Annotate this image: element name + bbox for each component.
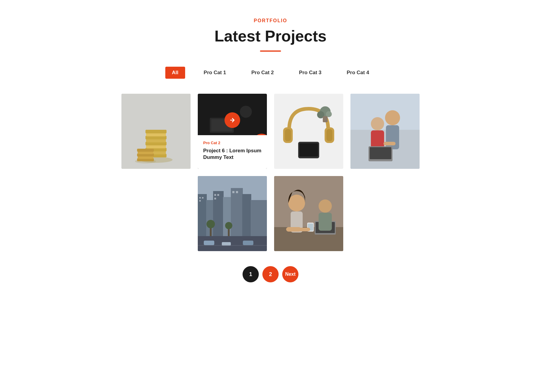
title-underline	[260, 50, 281, 52]
project-item-city[interactable]	[198, 176, 267, 251]
svg-rect-63	[204, 241, 214, 245]
svg-point-70	[225, 222, 232, 229]
svg-rect-37	[350, 94, 420, 130]
projects-row-2	[0, 176, 541, 251]
overlay-category: Pro Cat 2	[203, 141, 261, 145]
svg-point-40	[371, 117, 384, 130]
filter-cat2[interactable]: Pro Cat 2	[245, 67, 280, 79]
filter-cat1[interactable]: Pro Cat 1	[197, 67, 233, 79]
svg-rect-34	[323, 116, 328, 122]
svg-rect-27	[285, 129, 291, 141]
projects-row-1: Pro Cat 2 Project 6 : Lorem Ipsum Dummy …	[0, 94, 541, 169]
project-item-coins[interactable]	[121, 94, 191, 169]
page-btn-2[interactable]: 2	[262, 266, 279, 282]
portfolio-label: PORTFOLIO	[0, 18, 541, 23]
svg-point-78	[288, 195, 305, 211]
svg-rect-30	[299, 143, 318, 156]
project-item-headphones[interactable]	[274, 94, 343, 169]
svg-rect-66	[198, 245, 267, 246]
project-arrow-btn[interactable]	[225, 112, 240, 128]
svg-point-21	[240, 106, 252, 118]
svg-rect-59	[214, 198, 216, 199]
svg-rect-11	[145, 130, 167, 133]
project-item-business[interactable]	[350, 94, 420, 169]
page-wrapper: PORTFOLIO Latest Projects All Pro Cat 1 …	[0, 0, 541, 306]
svg-rect-54	[199, 197, 201, 199]
page-btn-1[interactable]: 1	[243, 266, 259, 282]
filter-bar: All Pro Cat 1 Pro Cat 2 Pro Cat 3 Pro Ca…	[0, 67, 541, 79]
pagination: 1 2 Next	[0, 266, 541, 282]
svg-rect-39	[386, 125, 399, 149]
svg-point-82	[319, 199, 332, 213]
svg-rect-56	[199, 200, 201, 202]
svg-rect-61	[236, 191, 238, 193]
svg-rect-83	[319, 213, 332, 231]
header-section: PORTFOLIO Latest Projects	[0, 18, 541, 52]
project-item-dark-desk[interactable]: Pro Cat 2 Project 6 : Lorem Ipsum Dummy …	[198, 94, 267, 169]
svg-rect-44	[384, 142, 396, 145]
svg-rect-69	[228, 229, 230, 236]
svg-rect-28	[326, 129, 332, 141]
project-item-meeting[interactable]	[274, 176, 343, 251]
svg-rect-81	[295, 228, 310, 231]
svg-rect-57	[214, 194, 216, 196]
svg-rect-58	[217, 194, 219, 196]
project-overlay: Pro Cat 2 Project 6 : Lorem Ipsum Dummy …	[198, 135, 267, 169]
svg-point-38	[385, 110, 400, 125]
page-btn-next[interactable]: Next	[282, 266, 298, 282]
svg-rect-65	[243, 241, 253, 245]
svg-rect-60	[232, 191, 234, 193]
filter-cat4[interactable]: Pro Cat 4	[340, 67, 376, 79]
svg-rect-67	[210, 227, 212, 236]
filter-cat3[interactable]: Pro Cat 3	[292, 67, 328, 79]
svg-rect-17	[137, 149, 154, 152]
filter-all[interactable]: All	[165, 67, 185, 79]
svg-rect-55	[202, 197, 203, 199]
svg-rect-43	[370, 147, 391, 159]
overlay-title: Project 6 : Lorem Ipsum Dummy Text	[203, 147, 261, 161]
svg-point-68	[206, 220, 215, 228]
page-title: Latest Projects	[0, 27, 541, 45]
